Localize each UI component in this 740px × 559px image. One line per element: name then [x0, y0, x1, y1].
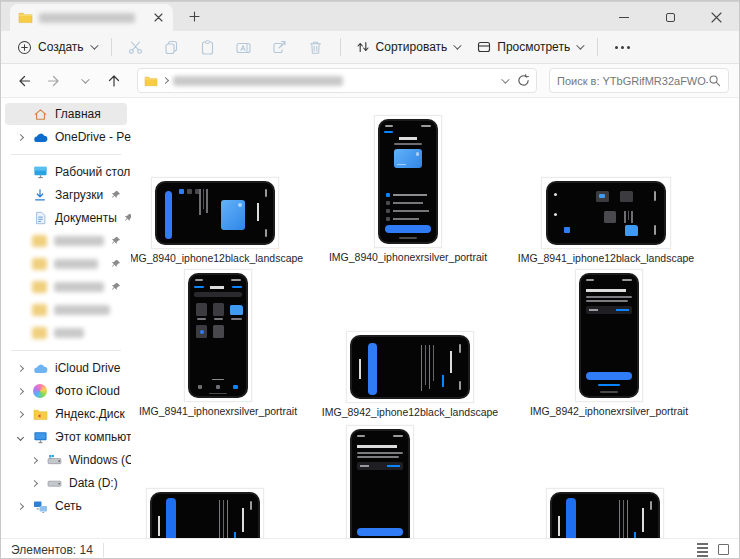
sidebar-label-blurred — [54, 236, 104, 246]
file-tile[interactable]: IMG_8941_iphonexrsilver_portrait — [131, 269, 313, 417]
back-button[interactable] — [11, 68, 37, 94]
sidebar-item-onedrive[interactable]: OneDrive - Personal — [5, 126, 127, 148]
large-icons-view-button[interactable] — [718, 544, 729, 555]
address-bar[interactable] — [137, 68, 537, 93]
tab-close-icon[interactable] — [149, 9, 167, 27]
file-tile[interactable]: IMG_8940_iphone12black_landscape — [131, 177, 310, 264]
thumbnail-detail — [619, 500, 629, 538]
phone-screenshot-mock — [378, 119, 438, 244]
file-tile[interactable] — [285, 425, 475, 538]
file-tile[interactable]: IMG_8942_iphonexrsilver_portrait — [514, 269, 704, 417]
sidebar-item-desktop[interactable]: Рабочий стол — [5, 161, 127, 183]
expand-chevron-icon[interactable] — [16, 387, 23, 394]
expand-chevron-icon[interactable] — [16, 364, 23, 371]
folder-icon-blurred — [32, 327, 47, 339]
refresh-icon[interactable] — [517, 74, 530, 87]
chevron-down-icon — [576, 41, 584, 49]
toolbar-separator — [597, 38, 598, 56]
file-tile[interactable]: IMG_8941_iphone12black_landscape — [511, 177, 701, 264]
delete-button[interactable] — [299, 34, 333, 60]
sidebar-item-blurred-1[interactable] — [5, 230, 127, 252]
breadcrumb-path-blurred — [173, 76, 343, 86]
up-button[interactable] — [101, 68, 127, 94]
expand-chevron-icon[interactable] — [16, 502, 23, 509]
expand-chevron-icon[interactable] — [16, 410, 23, 417]
phone-screenshot-mock — [350, 335, 470, 399]
sidebar-item-blurred-2[interactable] — [5, 253, 127, 275]
new-tab-button[interactable] — [183, 5, 205, 27]
collapse-chevron-icon[interactable] — [16, 433, 23, 440]
photos-icon — [32, 383, 48, 399]
sidebar-item-this-pc[interactable]: Этот компьютер — [5, 426, 127, 448]
sidebar-item-icloud-photos[interactable]: Фото iCloud — [5, 380, 127, 402]
details-view-button[interactable] — [697, 543, 708, 557]
rename-button[interactable] — [227, 34, 261, 60]
expand-chevron-icon[interactable] — [16, 133, 23, 140]
file-name: IMG_8940_iphone12black_landscape — [131, 252, 303, 264]
file-tile[interactable] — [510, 488, 700, 538]
thumbnail-detail — [586, 300, 628, 302]
file-tile[interactable] — [131, 488, 300, 538]
thumbnail-detail — [195, 279, 203, 281]
thumbnail-detail — [586, 306, 632, 314]
more-options-button[interactable] — [605, 34, 639, 60]
thumbnail-detail — [596, 191, 609, 202]
explorer-body: Главная OneDrive - Personal Рабочий стол — [1, 98, 739, 538]
thumbnail-detail — [394, 143, 422, 145]
file-tile[interactable]: IMG_8942_iphone12black_landscape — [315, 331, 505, 418]
search-icon — [708, 74, 721, 87]
thumbnail-detail — [357, 445, 397, 448]
paste-button[interactable] — [191, 34, 225, 60]
pin-icon — [111, 190, 121, 200]
expand-chevron-icon[interactable] — [30, 479, 37, 486]
sidebar-item-drive-c[interactable]: Windows (C:) — [5, 449, 127, 471]
sidebar-item-icloud-drive[interactable]: iCloud Drive — [5, 357, 127, 379]
trash-icon — [308, 40, 323, 55]
explorer-tab[interactable] — [10, 4, 173, 31]
forward-button[interactable] — [41, 68, 67, 94]
thumbnail-detail — [179, 189, 200, 194]
search-input[interactable] — [557, 75, 708, 87]
sidebar-item-drive-d[interactable]: Data (D:) — [5, 472, 127, 494]
address-dropdown-icon[interactable] — [501, 75, 509, 83]
thumbnail-detail — [158, 516, 160, 536]
thumbnail-detail — [196, 303, 207, 316]
view-button[interactable]: Просмотреть — [469, 35, 590, 59]
file-tile[interactable]: IMG_8940_iphonexrsilver_portrait — [313, 115, 503, 263]
create-button[interactable]: Создать — [9, 35, 104, 60]
sidebar-item-yandex-disk[interactable]: Яндекс.Диск — [5, 403, 127, 425]
minimize-button[interactable] — [601, 2, 647, 32]
toolbar-separator — [111, 38, 112, 56]
sidebar-item-blurred-4[interactable] — [5, 299, 127, 321]
sidebar-label: Документы — [55, 211, 117, 225]
sort-button[interactable]: Сортировать — [348, 35, 468, 59]
folder-icon-blurred — [32, 258, 47, 270]
sidebar-item-blurred-5[interactable] — [5, 322, 127, 344]
chevron-down-icon — [453, 41, 461, 49]
thumbnail-detail — [421, 125, 431, 127]
close-button[interactable] — [693, 2, 739, 32]
expand-chevron-icon[interactable] — [30, 456, 37, 463]
thumbnail-detail — [421, 345, 435, 391]
thumbnail-detail — [459, 344, 461, 353]
thumbnail-detail — [231, 279, 241, 281]
sidebar-item-documents[interactable]: Документы — [5, 207, 127, 229]
sidebar-item-home[interactable]: Главная — [5, 103, 127, 125]
phone-screenshot-mock — [550, 492, 660, 538]
sidebar-label: Фото iCloud — [55, 384, 120, 398]
maximize-button[interactable] — [647, 2, 693, 32]
sidebar-item-blurred-3[interactable] — [5, 276, 127, 298]
sidebar-item-network[interactable]: Сеть — [5, 495, 127, 517]
folder-icon-blurred — [32, 235, 47, 247]
thumbnail-detail — [257, 203, 259, 221]
arrow-right-icon — [47, 74, 61, 88]
thumbnail-detail — [265, 229, 267, 237]
share-button[interactable] — [263, 34, 297, 60]
thumbnail-detail — [558, 516, 560, 536]
recent-locations-button[interactable] — [71, 68, 97, 94]
thumbnail-detail — [265, 189, 267, 197]
home-icon — [32, 106, 48, 122]
copy-button[interactable] — [155, 34, 189, 60]
sidebar-item-downloads[interactable]: Загрузки — [5, 184, 127, 206]
cut-button[interactable] — [119, 34, 153, 60]
